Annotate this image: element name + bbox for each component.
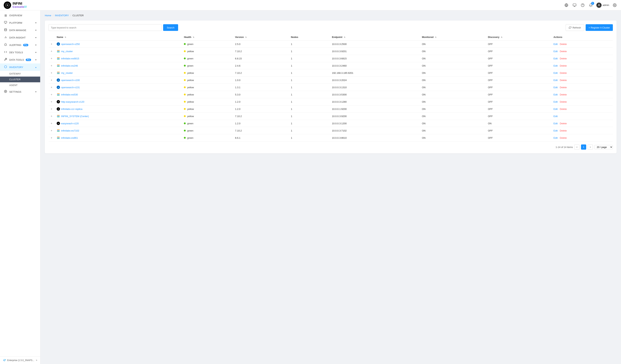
edit-action[interactable]: Edit [553, 122, 557, 125]
search-button[interactable]: Search [163, 24, 178, 31]
delete-action[interactable]: Delete [560, 72, 567, 74]
edit-action[interactable]: Edit [553, 86, 557, 89]
expand-icon[interactable]: + [51, 43, 52, 46]
delete-action[interactable]: Delete [560, 137, 567, 139]
delete-action[interactable]: Delete [560, 86, 567, 89]
expand-icon[interactable]: + [51, 50, 52, 53]
edit-action[interactable]: Edit [553, 79, 557, 81]
delete-action[interactable]: Delete [560, 122, 567, 125]
expand-icon[interactable]: + [51, 129, 52, 132]
sidebar-item-cluster[interactable]: CLUSTER [0, 77, 40, 82]
help-icon[interactable] [580, 3, 585, 8]
settings-header-icon[interactable] [612, 3, 617, 8]
cluster-name-link[interactable]: infinilabs-es530 [61, 93, 78, 96]
delete-action[interactable]: Delete [560, 93, 567, 96]
expand-icon[interactable]: + [51, 136, 52, 139]
delete-action[interactable]: Delete [560, 79, 567, 81]
delete-action[interactable]: Delete [560, 129, 567, 132]
delete-action[interactable]: Delete [560, 108, 567, 111]
pagination-prev[interactable]: ‹ [574, 144, 580, 150]
version-sort-icon[interactable]: ⇅ [245, 36, 247, 38]
row-expand[interactable]: + [49, 69, 54, 77]
edit-action[interactable]: Edit [553, 57, 557, 60]
edit-action[interactable]: Edit [553, 108, 557, 111]
cluster-name-link[interactable]: my_cluster [61, 72, 73, 74]
expand-icon[interactable]: + [51, 115, 52, 118]
breadcrumb-home[interactable]: Home [45, 14, 51, 17]
sidebar-item-alerting[interactable]: ALERTING Pro ▾ [0, 41, 40, 49]
expand-icon[interactable]: + [51, 100, 52, 103]
row-expand[interactable]: + [49, 98, 54, 105]
sidebar-item-data-tools[interactable]: DATA TOOLS Pro ▾ [0, 56, 40, 63]
row-expand[interactable]: + [49, 127, 54, 134]
notification-icon[interactable]: 9 [588, 3, 593, 8]
row-expand[interactable]: + [49, 41, 54, 48]
cluster-name-link[interactable]: opensearch-v100 [61, 79, 80, 81]
search-input[interactable] [49, 24, 162, 31]
delete-action[interactable]: Delete [560, 100, 567, 103]
row-expand[interactable]: + [49, 91, 54, 98]
edit-action[interactable]: Edit [553, 64, 557, 67]
sidebar-item-gateway[interactable]: GATEWAY [0, 71, 40, 77]
delete-action[interactable]: Delete [560, 64, 567, 67]
cluster-name-link[interactable]: infinilabs-es6815 [61, 57, 79, 60]
expand-icon[interactable]: + [51, 79, 52, 81]
expand-icon[interactable]: + [51, 71, 52, 74]
delete-action[interactable]: Delete [560, 43, 567, 46]
expand-icon[interactable]: + [51, 108, 52, 111]
network-icon[interactable] [564, 3, 569, 8]
row-expand[interactable]: + [49, 48, 54, 55]
sidebar-item-overview[interactable]: ⊞ OVERVIEW [0, 12, 40, 19]
delete-action[interactable]: Delete [560, 57, 567, 60]
cluster-name-link[interactable]: infinilabs-ccr-replica [61, 108, 82, 111]
name-sort-icon[interactable]: ⇅ [65, 36, 66, 38]
discovery-sort-icon[interactable]: ⇅ [501, 36, 502, 38]
row-expand[interactable]: + [49, 113, 54, 120]
sidebar-item-settings[interactable]: SETTINGS ▾ [0, 88, 40, 95]
edit-action[interactable]: Edit [553, 100, 557, 103]
cluster-name-link[interactable]: infinilabs-es246 [61, 64, 78, 67]
expand-icon[interactable]: + [51, 64, 52, 67]
cluster-name-link[interactable]: opensearch-v250 [61, 43, 80, 46]
sidebar-item-platform[interactable]: PLATFORM ▾ [0, 19, 40, 26]
row-expand[interactable]: + [49, 55, 54, 62]
edit-action[interactable]: Edit [553, 129, 557, 132]
row-expand[interactable]: + [49, 62, 54, 69]
edit-action[interactable]: Edit [553, 72, 557, 74]
edit-action[interactable]: Edit [553, 50, 557, 53]
cluster-name-link[interactable]: http-easysearch-v120 [61, 100, 84, 103]
row-expand[interactable]: + [49, 84, 54, 91]
row-expand[interactable]: + [49, 134, 54, 142]
register-cluster-button[interactable]: + Register A Cluster [586, 24, 613, 31]
pagination-page-1[interactable]: 1 [581, 144, 586, 150]
sidebar-footer[interactable]: 💎 Enterprise (1.5.0_SNAPS... > [0, 356, 40, 364]
edit-action[interactable]: Edit [553, 93, 557, 96]
row-expand[interactable]: + [49, 77, 54, 84]
breadcrumb-inventory[interactable]: INVENTORY [55, 14, 69, 17]
cluster-name-link[interactable]: infinilabs-es7102 [61, 129, 79, 132]
cluster-name-link[interactable]: INFINI_SYSTEM (Center) [61, 115, 89, 118]
expand-icon[interactable]: + [51, 86, 52, 89]
cluster-name-link[interactable]: opensearch-v131 [61, 86, 80, 89]
expand-icon[interactable]: + [51, 57, 52, 60]
expand-icon[interactable]: + [51, 93, 52, 96]
cluster-name-link[interactable]: infinilabs-es861 [61, 137, 78, 139]
delete-action[interactable]: Delete [560, 50, 567, 53]
cluster-name-link[interactable]: easyseach-v120 [61, 122, 79, 125]
refresh-button[interactable]: Refresh [566, 24, 584, 31]
page-size-select[interactable]: 20 / page 50 / page 100 / page [594, 145, 613, 149]
cluster-name-link[interactable]: my_cluster [61, 50, 73, 53]
sidebar-item-dev-tools[interactable]: DEV TOOLS ▾ [0, 49, 40, 56]
admin-area[interactable]: admin [596, 3, 609, 8]
pagination-next[interactable]: › [588, 144, 593, 150]
sidebar-item-data-insight[interactable]: DATA INSIGHT ▾ [0, 34, 40, 41]
sidebar-item-inventory[interactable]: INVENTORY ▴ [0, 63, 40, 71]
edit-action[interactable]: Edit [553, 137, 557, 139]
row-expand[interactable]: + [49, 105, 54, 113]
monitor-icon[interactable] [572, 3, 577, 8]
endpoint-sort-icon[interactable]: ⇅ [344, 36, 345, 38]
edit-action[interactable]: Edit [553, 43, 557, 46]
row-expand[interactable]: + [49, 120, 54, 127]
expand-icon[interactable]: + [51, 122, 52, 125]
health-sort-icon[interactable]: ⇅ [193, 36, 194, 38]
